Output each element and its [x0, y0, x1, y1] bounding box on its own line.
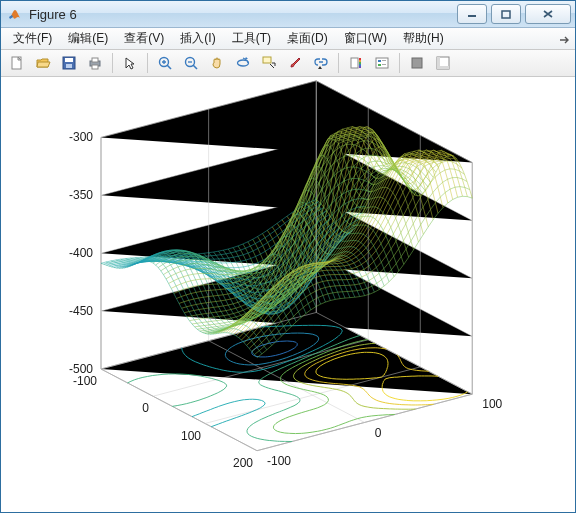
insert-legend-button[interactable]: [370, 51, 394, 75]
svg-rect-7: [92, 58, 98, 62]
rotate3d-icon: [235, 55, 251, 71]
svg-text:-450: -450: [69, 304, 93, 318]
svg-rect-13: [351, 58, 358, 68]
svg-rect-18: [359, 66, 361, 68]
svg-rect-8: [92, 65, 98, 69]
link-icon: [313, 55, 329, 71]
svg-text:200: 200: [233, 456, 253, 470]
edit-plot-button[interactable]: [118, 51, 142, 75]
svg-rect-23: [382, 64, 386, 65]
figure-window: Figure 6 文件(F) 编辑(E) 查看(V) 插入(I) 工具(T) 桌…: [0, 0, 576, 513]
data-cursor-icon: [261, 55, 277, 71]
colorbar-icon: [348, 55, 364, 71]
minimize-button[interactable]: [457, 4, 487, 24]
matlab-logo-icon: [7, 6, 23, 22]
menubar-dock-button[interactable]: [557, 32, 571, 46]
svg-text:-350: -350: [69, 188, 93, 202]
menu-help[interactable]: 帮助(H): [395, 28, 452, 49]
zoom-in-button[interactable]: [153, 51, 177, 75]
svg-text:-100: -100: [267, 454, 291, 468]
zoom-in-icon: [157, 55, 173, 71]
svg-rect-16: [359, 62, 361, 64]
menu-insert[interactable]: 插入(I): [172, 28, 223, 49]
show-tools-icon: [435, 55, 451, 71]
zoom-out-button[interactable]: [179, 51, 203, 75]
svg-rect-27: [437, 66, 449, 69]
svg-text:-400: -400: [69, 246, 93, 260]
axes-canvas[interactable]: -500-450-400-350-300-1000100200-1000100: [1, 77, 575, 512]
svg-rect-4: [65, 58, 73, 62]
hide-tools-icon: [409, 55, 425, 71]
menu-file[interactable]: 文件(F): [5, 28, 60, 49]
menubar: 文件(F) 编辑(E) 查看(V) 插入(I) 工具(T) 桌面(D) 窗口(W…: [1, 28, 575, 50]
minimize-icon: [467, 10, 477, 18]
svg-rect-15: [359, 60, 361, 62]
surface-plot: -500-450-400-350-300-1000100200-1000100: [1, 77, 575, 512]
print-icon: [87, 55, 103, 71]
new-file-icon: [9, 55, 25, 71]
svg-rect-21: [378, 64, 381, 66]
svg-rect-12: [263, 57, 271, 63]
svg-rect-24: [412, 58, 422, 68]
menu-tools[interactable]: 工具(T): [224, 28, 279, 49]
svg-text:0: 0: [142, 401, 149, 415]
window-title: Figure 6: [29, 7, 77, 22]
svg-text:-100: -100: [73, 374, 97, 388]
figure-toolbar: [1, 50, 575, 77]
svg-rect-20: [378, 60, 381, 62]
zoom-out-icon: [183, 55, 199, 71]
open-button[interactable]: [31, 51, 55, 75]
svg-rect-14: [359, 58, 361, 60]
brush-icon: [287, 55, 303, 71]
new-figure-button[interactable]: [5, 51, 29, 75]
legend-icon: [374, 55, 390, 71]
print-button[interactable]: [83, 51, 107, 75]
svg-rect-19: [376, 58, 388, 68]
svg-text:0: 0: [375, 425, 382, 439]
save-icon: [61, 55, 77, 71]
svg-rect-0: [468, 15, 476, 17]
save-button[interactable]: [57, 51, 81, 75]
brush-button[interactable]: [283, 51, 307, 75]
show-plot-tools-button[interactable]: [431, 51, 455, 75]
rotate3d-button[interactable]: [231, 51, 255, 75]
toolbar-separator: [147, 53, 148, 73]
dock-arrow-icon: [559, 34, 569, 44]
menu-desktop[interactable]: 桌面(D): [279, 28, 336, 49]
open-folder-icon: [35, 55, 51, 71]
toolbar-separator: [338, 53, 339, 73]
maximize-button[interactable]: [491, 4, 521, 24]
toolbar-separator: [112, 53, 113, 73]
pointer-icon: [122, 55, 138, 71]
pan-button[interactable]: [205, 51, 229, 75]
svg-rect-1: [502, 11, 510, 18]
svg-rect-17: [359, 64, 361, 66]
svg-rect-22: [382, 60, 386, 61]
toolbar-separator: [399, 53, 400, 73]
close-icon: [542, 9, 554, 19]
menu-view[interactable]: 查看(V): [116, 28, 172, 49]
close-button[interactable]: [525, 4, 571, 24]
menu-window[interactable]: 窗口(W): [336, 28, 395, 49]
svg-rect-5: [66, 64, 72, 68]
hide-plot-tools-button[interactable]: [405, 51, 429, 75]
link-data-button[interactable]: [309, 51, 333, 75]
maximize-icon: [501, 10, 511, 19]
pan-hand-icon: [209, 55, 225, 71]
svg-text:100: 100: [181, 429, 201, 443]
menu-edit[interactable]: 编辑(E): [60, 28, 116, 49]
svg-text:100: 100: [482, 397, 502, 411]
svg-text:-300: -300: [69, 130, 93, 144]
insert-colorbar-button[interactable]: [344, 51, 368, 75]
data-cursor-button[interactable]: [257, 51, 281, 75]
titlebar[interactable]: Figure 6: [1, 1, 575, 28]
